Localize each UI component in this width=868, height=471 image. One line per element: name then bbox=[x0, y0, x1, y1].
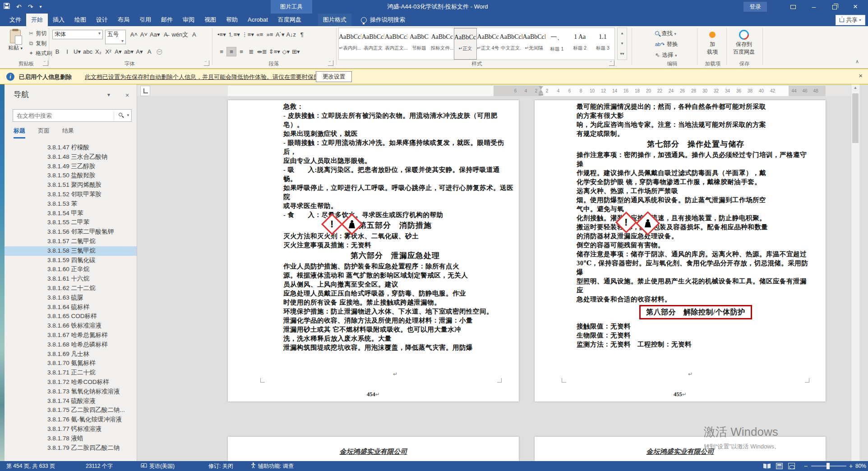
nav-heading-item[interactable]: 3.8.1.67 哈希总氮标样 bbox=[5, 331, 137, 340]
style-item[interactable]: AaBbCcDdE ↵正文 bbox=[454, 28, 477, 60]
font-toolbar-button[interactable]: A̶ bbox=[161, 30, 171, 39]
info-bar-close-icon[interactable]: × bbox=[859, 72, 863, 79]
tab-selector[interactable] bbox=[140, 86, 150, 96]
zoom-slider-thumb[interactable] bbox=[826, 463, 830, 469]
font-toolbar-button[interactable]: A˄ bbox=[129, 30, 139, 39]
style-item[interactable]: AaBbCcDd 表内正文... bbox=[385, 28, 408, 60]
ribbon-tab[interactable]: 布局 bbox=[113, 14, 134, 26]
font-toolbar-button[interactable]: X² bbox=[103, 47, 113, 56]
font-toolbar-button[interactable]: A˅ bbox=[139, 30, 149, 39]
nav-heading-item[interactable]: 3.8.1.54 甲苯 bbox=[5, 209, 137, 218]
nav-heading-item[interactable]: 3.8.1.51 聚丙烯酰胺 bbox=[5, 180, 137, 190]
nav-heading-item[interactable]: 3.8.1.76 氨-氯化铵缓冲溶液 bbox=[5, 415, 137, 425]
ribbon-tab[interactable]: 视图 bbox=[199, 14, 221, 26]
font-family-combo[interactable]: 宋体▾ bbox=[52, 30, 103, 39]
nav-heading-item[interactable]: 3.8.1.57 二氯甲烷 bbox=[5, 237, 137, 246]
navigation-pane-close-icon[interactable]: × bbox=[125, 92, 129, 99]
style-item[interactable]: AaBbCcDdE 表内正文 bbox=[362, 28, 385, 60]
save-icon[interactable] bbox=[4, 0, 10, 14]
paragraph-toolbar-button[interactable]: ⊞▾ bbox=[291, 47, 301, 56]
nav-heading-item[interactable]: 3.8.1.56 邻苯二甲酸氢钾 bbox=[5, 227, 137, 237]
restore-button[interactable] bbox=[824, 0, 845, 14]
font-toolbar-button[interactable]: U▾ bbox=[72, 47, 82, 56]
font-toolbar-button[interactable]: abc bbox=[82, 47, 93, 56]
paragraph-toolbar-button[interactable]: ⇹≣ bbox=[256, 47, 268, 56]
nav-heading-item[interactable]: 3.8.1.74 硫酸溶液 bbox=[5, 397, 137, 406]
ribbon-tab[interactable]: 百度网盘 bbox=[273, 14, 306, 26]
print-layout-icon[interactable] bbox=[776, 463, 783, 469]
font-toolbar-button[interactable]: X₂ bbox=[93, 47, 103, 56]
nav-heading-item[interactable]: 3.8.1.64 硫标样 bbox=[5, 303, 137, 312]
font-toolbar-button[interactable]: A▾ bbox=[134, 47, 144, 56]
style-item[interactable]: AaBbC 节标题 bbox=[408, 28, 431, 60]
ribbon-tab[interactable]: 绘图 bbox=[69, 14, 91, 26]
nav-heading-item[interactable]: 3.8.1.68 哈希总磷标样 bbox=[5, 340, 137, 350]
paragraph-toolbar-button[interactable]: ⒈≡▾ bbox=[227, 30, 241, 40]
nav-heading-item[interactable]: 3.8.1.66 铁标准溶液 bbox=[5, 321, 137, 331]
font-toolbar-button[interactable]: A bbox=[144, 47, 154, 56]
font-toolbar-button[interactable]: A bbox=[189, 30, 199, 39]
track-changes-indicator[interactable]: 修订: 关闭 bbox=[208, 461, 233, 471]
ribbon-tab[interactable]: 引用 bbox=[134, 14, 156, 26]
nav-heading-item[interactable]: 3.8.1.52 邻联甲苯胺 bbox=[5, 190, 137, 199]
ribbon-tab[interactable]: 审阅 bbox=[178, 14, 199, 26]
undo-icon[interactable]: ↶ bbox=[16, 0, 22, 14]
styles-gallery-scroll[interactable]: ▴ ▾ ▾▾ bbox=[617, 28, 627, 60]
close-button[interactable]: × bbox=[845, 0, 866, 14]
document-page-454[interactable]: 急救： - 皮肤接触：立即脱去所有被污染的衣物。用流动清水冲洗皮肤（可用肥 皂）… bbox=[228, 100, 519, 402]
style-item[interactable]: 1.1 标题 3 bbox=[591, 28, 614, 60]
paragraph-toolbar-button[interactable]: »≡ bbox=[265, 30, 275, 39]
document-page-next-left[interactable]: 金坛鸿盛实业有限公司 bbox=[228, 437, 519, 461]
scroll-up-icon[interactable]: ▲ bbox=[851, 85, 859, 90]
font-toolbar-button[interactable]: A▾ bbox=[113, 47, 123, 56]
paragraph-dialog-launcher[interactable] bbox=[328, 60, 333, 66]
search-icon[interactable] bbox=[119, 113, 122, 116]
style-item[interactable]: AaBbCc ↵正文 4号 bbox=[477, 28, 500, 60]
navigation-search-box[interactable]: ▾ bbox=[13, 109, 132, 122]
nav-heading-item[interactable]: 3.8.1.50 盐酸羟胺 bbox=[5, 171, 137, 180]
ribbon-tab[interactable]: 帮助 bbox=[221, 14, 243, 26]
style-item[interactable]: 一、 标题 1 bbox=[546, 28, 569, 60]
paragraph-toolbar-button[interactable]: ¶ bbox=[297, 30, 307, 39]
horizontal-ruler[interactable]: 642 246810121416182022242628303234363840… bbox=[137, 86, 859, 96]
save-to-baidu-button[interactable]: 保存到 百度网盘 bbox=[730, 28, 758, 62]
ribbon-tab[interactable]: 插入 bbox=[48, 14, 69, 26]
navigation-tab[interactable]: 标题 bbox=[14, 127, 25, 139]
hanging-indent-marker[interactable] bbox=[539, 90, 543, 93]
cut-button[interactable]: ✂ 剪切 bbox=[28, 30, 46, 37]
navigation-tab[interactable]: 页面 bbox=[38, 127, 50, 139]
font-toolbar-button[interactable]: B bbox=[52, 47, 62, 56]
style-item[interactable]: AaBbCcD ↵表内列... bbox=[339, 28, 362, 60]
ribbon-tab[interactable]: 设计 bbox=[91, 14, 113, 26]
paragraph-toolbar-button[interactable]: ◇▾ bbox=[281, 47, 291, 56]
change-settings-button[interactable]: 更改设置 bbox=[316, 71, 352, 82]
page-indicator[interactable]: 第 454 页, 共 633 页 bbox=[6, 461, 55, 471]
styles-dialog-launcher[interactable] bbox=[609, 60, 614, 66]
ribbon-tab[interactable]: 图片格式 bbox=[318, 14, 351, 26]
zoom-in-icon[interactable]: + bbox=[849, 461, 853, 471]
nav-heading-item[interactable]: 3.8.1.73 氢氧化钠标准溶液 bbox=[5, 387, 137, 397]
paragraph-toolbar-button[interactable]: ⋮≡▾ bbox=[241, 30, 255, 39]
style-item[interactable]: AaBbCc 投标文件... bbox=[431, 28, 454, 60]
nav-heading-item[interactable]: 3.8.1.47 柠檬酸 bbox=[5, 143, 137, 152]
language-indicator[interactable]: 英语(美国) bbox=[141, 461, 175, 471]
nav-heading-item[interactable]: 3.8.1.61 十六烷 bbox=[5, 274, 137, 284]
nav-heading-item[interactable]: 3.8.1.60 正辛烷 bbox=[5, 265, 137, 274]
nav-heading-item[interactable]: 3.8.1.59 四氯化碳 bbox=[5, 256, 137, 265]
font-toolbar-button[interactable]: ㊀ bbox=[154, 47, 164, 57]
style-item[interactable]: AaBbCcDd 中文正文. bbox=[500, 28, 523, 60]
font-toolbar-button[interactable]: ab▾ bbox=[123, 47, 134, 56]
font-toolbar-button[interactable]: wén文 bbox=[171, 30, 189, 40]
tell-me-search[interactable]: 操作说明搜索 bbox=[361, 14, 405, 26]
paragraph-toolbar-button[interactable]: ⇕≡▾ bbox=[268, 47, 281, 56]
collapse-ribbon-icon[interactable]: ∧ bbox=[855, 59, 859, 65]
nav-heading-item[interactable]: 3.8.1.53 苯 bbox=[5, 199, 137, 209]
nav-heading-item[interactable]: 3.8.1.63 硫脲 bbox=[5, 293, 137, 303]
ribbon-tab[interactable]: 文件 bbox=[5, 14, 26, 26]
find-button[interactable]: 查找 ▾ bbox=[655, 30, 676, 37]
paragraph-toolbar-button[interactable]: A´▾ bbox=[275, 30, 286, 39]
paragraph-toolbar-button[interactable]: •≡▾ bbox=[217, 30, 227, 39]
navigation-tab[interactable]: 结果 bbox=[62, 127, 74, 139]
document-page-next-right[interactable]: 金坛鸿盛实业有限公司 bbox=[535, 437, 826, 461]
clipboard-dialog-launcher[interactable] bbox=[43, 60, 48, 66]
